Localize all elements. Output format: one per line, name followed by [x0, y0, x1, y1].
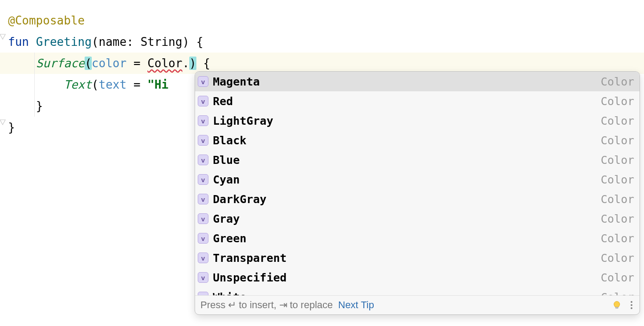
completion-item-type: Color: [601, 114, 634, 127]
footer-hint-press: Press: [200, 299, 225, 311]
value-icon: v: [198, 292, 208, 295]
code-line[interactable]: fun Greeting(name: String) {: [0, 31, 644, 53]
class-ref-token: Color: [147, 57, 182, 70]
completion-item-label: DarkGray: [213, 193, 601, 206]
indent-guide: [34, 53, 35, 74]
value-icon: v: [198, 272, 208, 283]
code-line[interactable]: @Composable: [0, 10, 644, 31]
value-icon: v: [198, 213, 208, 224]
value-icon: v: [198, 115, 208, 126]
brace-token: }: [36, 99, 43, 113]
completion-item-type: Color: [601, 154, 634, 167]
completion-item-type: Color: [601, 291, 634, 296]
completion-item-label: Red: [213, 95, 601, 108]
function-call-token: Surface: [36, 57, 85, 70]
completion-item[interactable]: vMagentaColor: [195, 72, 640, 91]
dot-token: .: [182, 57, 189, 70]
punct-token: :: [126, 35, 134, 49]
next-tip-link[interactable]: Next Tip: [338, 299, 374, 311]
completion-item-label: LightGray: [213, 114, 601, 127]
type-token: String: [140, 35, 182, 49]
value-icon: v: [198, 253, 208, 263]
completion-item[interactable]: vDarkGrayColor: [195, 189, 640, 209]
completion-item-label: Unspecified: [213, 271, 601, 284]
string-token: "Hi: [147, 78, 168, 91]
punct-token: (: [92, 35, 99, 49]
value-icon: v: [198, 174, 208, 185]
completion-item-type: Color: [601, 232, 634, 245]
punct-token: (: [92, 78, 99, 91]
named-arg-token: color: [92, 57, 126, 70]
indent-guide: [34, 74, 35, 95]
completion-item-label: Transparent: [213, 252, 601, 265]
brace-token: }: [8, 121, 15, 134]
completion-item-type: Color: [601, 193, 634, 206]
completion-item[interactable]: vTransparentColor: [195, 248, 640, 268]
indent-guide: [34, 95, 35, 117]
completion-item[interactable]: vRedColor: [195, 91, 640, 111]
more-options-icon[interactable]: [629, 299, 634, 311]
completion-item-label: White: [213, 291, 601, 296]
matched-bracket: ): [189, 57, 196, 70]
function-name-token: Greeting: [36, 35, 92, 49]
completion-item[interactable]: vBlueColor: [195, 150, 640, 170]
enter-key-icon: ↵: [228, 299, 236, 311]
param-name-token: name: [99, 35, 127, 49]
completion-item-type: Color: [601, 95, 634, 108]
completion-item-type: Color: [601, 212, 634, 225]
value-icon: v: [198, 96, 208, 106]
value-icon: v: [198, 194, 208, 204]
value-icon: v: [198, 76, 208, 87]
completion-item-label: Blue: [213, 154, 601, 167]
completion-item-label: Cyan: [213, 173, 601, 186]
completion-item[interactable]: vWhiteColor: [195, 287, 640, 295]
punct-token: ): [182, 35, 189, 49]
footer-hint-insert: to insert,: [239, 299, 276, 311]
matched-bracket: (: [85, 57, 92, 70]
equals-token: =: [126, 57, 147, 70]
completion-item[interactable]: vUnspecifiedColor: [195, 268, 640, 287]
completion-footer: Press ↵ to insert, ⇥ to replace Next Tip: [195, 295, 640, 314]
value-icon: v: [198, 155, 208, 165]
function-call-token: Text: [64, 78, 92, 91]
value-icon: v: [198, 233, 208, 244]
equals-token: =: [126, 78, 147, 91]
completion-item[interactable]: vCyanColor: [195, 170, 640, 189]
completion-item-type: Color: [601, 252, 634, 265]
completion-list[interactable]: vMagentaColorvRedColorvLightGrayColorvBl…: [195, 72, 640, 295]
completion-item[interactable]: vGrayColor: [195, 209, 640, 228]
completion-item-type: Color: [601, 134, 634, 147]
completion-item-label: Magenta: [213, 75, 601, 88]
value-icon: v: [198, 135, 208, 146]
completion-item-label: Gray: [213, 212, 601, 225]
completion-item-type: Color: [601, 75, 634, 88]
named-arg-token: text: [99, 78, 127, 91]
completion-item-type: Color: [601, 271, 634, 284]
tab-key-icon: ⇥: [279, 299, 287, 311]
completion-item[interactable]: vLightGrayColor: [195, 111, 640, 130]
brace-token: {: [196, 35, 204, 49]
completion-item[interactable]: vGreenColor: [195, 228, 640, 248]
lightbulb-icon[interactable]: [612, 300, 622, 310]
svg-rect-0: [615, 307, 618, 309]
completion-item[interactable]: vBlackColor: [195, 130, 640, 150]
brace-token: {: [203, 57, 210, 70]
completion-item-type: Color: [601, 173, 634, 186]
annotation-token: @Composable: [8, 14, 85, 27]
footer-hint-replace: to replace: [290, 299, 333, 311]
completion-item-label: Green: [213, 232, 601, 245]
code-completion-popup[interactable]: vMagentaColorvRedColorvLightGrayColorvBl…: [195, 71, 640, 315]
code-line-current[interactable]: Surface(color = Color.) {: [0, 53, 644, 74]
completion-item-label: Black: [213, 134, 601, 147]
keyword-token: fun: [8, 35, 29, 49]
